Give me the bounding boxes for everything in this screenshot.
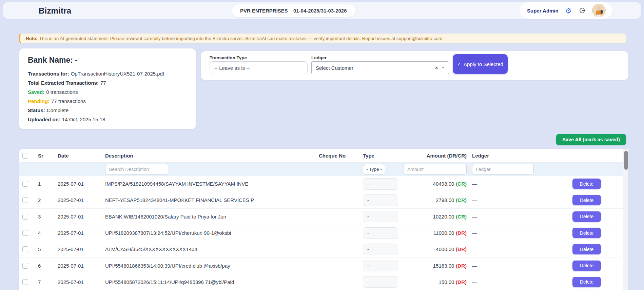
row-type-select[interactable]: -: [363, 244, 398, 255]
delete-button[interactable]: Delete: [572, 277, 601, 287]
delete-button[interactable]: Delete: [572, 228, 601, 238]
summary-value: 77: [100, 80, 106, 86]
cell-sr: 4: [38, 230, 58, 236]
drcr-badge: (DR): [456, 263, 467, 269]
delete-button[interactable]: Delete: [572, 179, 601, 189]
row-checkbox[interactable]: [22, 197, 28, 203]
fiscal-period: 01-04-2025/31-03-2026: [293, 8, 347, 14]
apply-button-label: Apply to Selected: [464, 61, 503, 67]
cell-ledger: —: [472, 279, 477, 285]
cell-date: 2025-07-01: [58, 246, 105, 252]
transaction-type-label: Transaction Type: [210, 55, 247, 60]
user-menu: Super Admin ⚙: [520, 2, 612, 19]
table-row: 5 2025-07-01 ATM/CASH/3545/XXXXXXXXXXXX1…: [19, 241, 623, 257]
table-row: 3 2025-07-01 EBANK:WIB/1462001020/Salary…: [19, 209, 623, 225]
logout-icon: [579, 7, 586, 14]
summary-label: Saved:: [28, 89, 44, 95]
header-description: Description: [105, 153, 319, 159]
summary-value: Complete: [47, 107, 69, 113]
table-row: 1 2025-07-01 IMPS/P2A/518210994458/SAYYA…: [19, 176, 623, 192]
cell-amount: 10220.00: [433, 214, 454, 220]
summary-value: 77 transactions: [51, 98, 86, 104]
cell-description: UPI/518209387807/13:24:52/UPI/cherukuri …: [105, 230, 319, 236]
cell-description: IMPS/P2A/518210994458/SAYYAM INVESTME/SA…: [105, 181, 319, 187]
logout-button[interactable]: [578, 6, 586, 15]
settings-button[interactable]: ⚙: [564, 6, 572, 15]
app-logo[interactable]: Bizmitra: [39, 6, 71, 16]
note-label: Note:: [26, 36, 38, 41]
summary-label: Status:: [28, 107, 45, 113]
company-period-pill[interactable]: PVR ENTERPRISES 01-04-2025/31-03-2026: [232, 4, 355, 17]
save-all-button[interactable]: Save All (mark as saved): [556, 134, 626, 145]
cell-description: ATM/CASH/3545/XXXXXXXXXXXX1404: [105, 246, 319, 252]
check-icon: ✓: [457, 62, 461, 67]
row-checkbox[interactable]: [22, 246, 28, 252]
cell-amount: 150.00: [438, 279, 454, 285]
cell-date: 2025-07-01: [58, 230, 105, 236]
cell-date: 2025-07-01: [58, 263, 105, 269]
row-type-select[interactable]: -: [363, 227, 398, 239]
drcr-badge: (CR): [456, 181, 467, 187]
top-bar: Bizmitra PVR ENTERPRISES 01-04-2025/31-0…: [3, 2, 641, 19]
summary-line: Uploaded on:14 Oct, 2025 15:18: [28, 115, 187, 124]
table-scrollbar[interactable]: [623, 149, 628, 290]
summary-line: Pending:77 transactions: [28, 97, 187, 106]
cell-ledger: —: [472, 230, 477, 236]
summary-line: Status:Complete: [28, 106, 187, 115]
avatar-mascot-image: [592, 4, 606, 17]
ledger-select[interactable]: Select Customer × ▼: [311, 61, 449, 74]
cell-description: UPI/554801866353/14:00:39/UPI/cred.club …: [105, 263, 319, 269]
row-checkbox[interactable]: [22, 279, 28, 285]
summary-line: Total Extracted Transactions:77: [28, 78, 187, 87]
drcr-badge: (DR): [456, 230, 467, 236]
summary-lines: Transactions for:OpTransactionHistoryUX5…: [28, 69, 187, 124]
cell-ledger: —: [472, 197, 477, 203]
summary-line: Transactions for:OpTransactionHistoryUX5…: [28, 69, 187, 78]
table-body: 1 2025-07-01 IMPS/P2A/518210994458/SAYYA…: [19, 176, 623, 290]
drcr-badge: (DR): [456, 279, 467, 285]
delete-button[interactable]: Delete: [572, 211, 601, 222]
delete-button[interactable]: Delete: [572, 244, 601, 254]
row-checkbox[interactable]: [22, 214, 28, 220]
summary-value: 0 transactions: [46, 89, 78, 95]
table-filter-row: - Type -: [19, 163, 623, 176]
ledger-filter-input[interactable]: [472, 164, 534, 174]
transaction-type-select[interactable]: -- Leave as is --: [210, 61, 308, 74]
cell-sr: 2: [38, 197, 58, 203]
cell-date: 2025-07-01: [58, 279, 105, 285]
apply-to-selected-button[interactable]: ✓ Apply to Selected: [453, 54, 508, 74]
type-filter-select[interactable]: - Type -: [363, 164, 385, 174]
row-type-select[interactable]: -: [363, 260, 398, 271]
drcr-badge: (DR): [456, 246, 467, 252]
cell-date: 2025-07-01: [58, 197, 105, 203]
row-checkbox[interactable]: [22, 230, 28, 236]
select-all-checkbox[interactable]: [22, 153, 28, 159]
drcr-badge: (CR): [456, 197, 467, 203]
company-name: PVR ENTERPRISES: [240, 8, 288, 14]
cell-amount: 40498.00: [433, 181, 454, 187]
row-type-select[interactable]: -: [363, 211, 398, 222]
scrollbar-thumb[interactable]: [624, 151, 628, 170]
cell-sr: 5: [38, 246, 58, 252]
summary-label: Uploaded on:: [28, 117, 60, 122]
search-description-input[interactable]: [105, 164, 168, 174]
clear-selection-icon[interactable]: ×: [435, 65, 438, 70]
row-type-select[interactable]: -: [363, 194, 398, 206]
cell-sr: 3: [38, 214, 58, 220]
header-type: Type: [363, 153, 404, 159]
delete-button[interactable]: Delete: [572, 195, 601, 205]
row-checkbox[interactable]: [22, 263, 28, 269]
row-type-select[interactable]: -: [363, 178, 398, 190]
chevron-down-icon: ▼: [442, 66, 445, 69]
row-checkbox[interactable]: [22, 181, 28, 187]
cell-date: 2025-07-01: [58, 181, 105, 187]
user-avatar[interactable]: [592, 4, 606, 17]
row-type-select[interactable]: -: [363, 276, 398, 288]
amount-filter-input[interactable]: [404, 164, 467, 174]
summary-label: Transactions for:: [28, 71, 69, 77]
cell-sr: 7: [38, 279, 58, 285]
cell-date: 2025-07-01: [58, 214, 105, 220]
cell-description: NEFT-YESAP51824348041-MPOKKET FINANCIAL …: [105, 197, 319, 203]
delete-button[interactable]: Delete: [572, 261, 601, 271]
summary-value: OpTransactionHistoryUX521-07-2025.pdf: [71, 71, 164, 77]
